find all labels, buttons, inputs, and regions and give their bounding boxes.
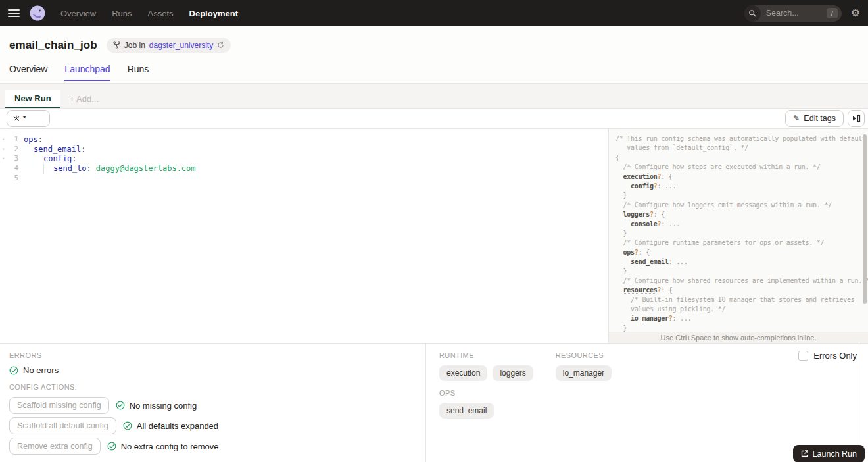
schema-line: console?: ... <box>615 220 859 229</box>
status-text: All defaults expanded <box>137 421 218 431</box>
status-text: No extra config to remove <box>121 442 219 451</box>
app-root: OverviewRunsAssetsDeployment Search... /… <box>0 0 868 462</box>
runtime-group: RUNTIME executionloggers <box>439 351 533 381</box>
status-text: No missing config <box>130 401 197 411</box>
scaffold-all-default-config-button[interactable]: Scaffold all default config <box>9 417 116 434</box>
check-circle-icon <box>116 401 125 410</box>
nav-item-deployment[interactable]: Deployment <box>189 9 238 18</box>
config-action-row: Scaffold all default configAll defaults … <box>9 417 416 434</box>
schema-line: io_manager?: ... <box>615 314 859 323</box>
errors-status-text: No errors <box>23 365 59 375</box>
add-run-tab-button[interactable]: + Add... <box>60 90 108 108</box>
line-number: 4 <box>7 164 24 174</box>
yaml-key: send_to <box>53 164 87 174</box>
nav-item-assets[interactable]: Assets <box>148 9 174 18</box>
schema-line: /* Configure how loggers emit messages w… <box>615 201 859 210</box>
indent-guide <box>34 164 43 174</box>
tag-send_email[interactable]: send_email <box>439 403 494 419</box>
autocomplete-hint: Use Ctrl+Space to show auto-completions … <box>609 332 868 343</box>
yaml-colon: : <box>81 145 85 155</box>
yaml-colon: : <box>38 135 43 145</box>
fold-marker-icon[interactable]: ▾ <box>0 145 7 155</box>
launchpad-toolbar: * ✎ Edit tags <box>0 109 868 129</box>
repo-link[interactable]: dagster_university <box>149 41 213 50</box>
schema-line: loggers?: { <box>615 210 859 219</box>
indent-guide <box>24 145 34 155</box>
nav-item-runs[interactable]: Runs <box>112 9 132 18</box>
check-circle-icon <box>107 442 116 451</box>
config-schema-panel: /* This run config schema was automatica… <box>608 129 868 343</box>
refresh-icon[interactable] <box>217 41 224 49</box>
job-badge: Job in dagster_university <box>107 38 231 53</box>
tag-loggers[interactable]: loggers <box>493 365 533 381</box>
tab-launchpad[interactable]: Launchpad <box>64 64 110 81</box>
errors-only-label: Errors Only <box>813 351 857 361</box>
search-placeholder: Search... <box>766 9 799 18</box>
run-tab-new-run[interactable]: New Run <box>5 90 60 108</box>
remove-extra-config-button[interactable]: Remove extra config <box>9 438 101 455</box>
config-action-status: No extra config to remove <box>107 442 219 451</box>
indent-guide <box>34 154 43 164</box>
yaml-value: daggy@dagsterlabs.com <box>96 164 196 174</box>
run-tabs-band: New Run+ Add... <box>0 84 868 109</box>
search-input[interactable]: Search... / <box>744 5 842 22</box>
editor-line: 5 <box>0 174 608 184</box>
errors-status-row: No errors <box>9 365 416 375</box>
editor-line: ▾3config: <box>0 154 608 164</box>
errors-only-checkbox[interactable] <box>798 351 808 361</box>
schema-scrollbar[interactable] <box>863 134 867 304</box>
op-selector-input[interactable]: * <box>7 110 50 127</box>
tab-overview[interactable]: Overview <box>9 64 47 81</box>
fold-marker-icon[interactable]: ▾ <box>0 154 7 164</box>
schema-line: send_email: ... <box>615 257 859 267</box>
errors-only-toggle[interactable]: Errors Only <box>798 351 857 361</box>
config-actions-label: CONFIG ACTIONS: <box>9 383 416 391</box>
job-badge-prefix: Job in <box>124 41 145 50</box>
schema-line: execution?: { <box>615 172 859 182</box>
schema-line: /* Configure how shared resources are im… <box>615 276 859 286</box>
tag-io_manager[interactable]: io_manager <box>556 365 612 381</box>
dagster-logo[interactable] <box>29 5 46 22</box>
yaml-colon: : <box>87 164 91 174</box>
errors-section-label: ERRORS <box>9 351 416 359</box>
bottom-panel: ERRORS No errors CONFIG ACTIONS: Scaffol… <box>0 343 868 462</box>
schema-line: /* This run config schema was automatica… <box>615 134 859 143</box>
runtime-tags: executionloggers <box>439 365 533 381</box>
editor-line: ▾1ops: <box>0 135 608 145</box>
yaml-key: ops <box>24 135 38 145</box>
editor-line: ▾2send_email: <box>0 145 608 155</box>
indent-guide <box>43 164 53 174</box>
launch-icon <box>801 450 808 457</box>
op-selector-value: * <box>23 115 26 122</box>
resources-label: RESOURCES <box>556 351 612 359</box>
gear-icon[interactable]: ⚙ <box>851 8 860 18</box>
launch-run-button[interactable]: Launch Run <box>793 445 865 462</box>
yaml-colon: : <box>72 154 76 164</box>
tag-execution[interactable]: execution <box>439 365 487 381</box>
schema-line: /* Configure how steps are executed with… <box>615 163 859 172</box>
runtime-label: RUNTIME <box>439 351 533 359</box>
toggle-right-panel-button[interactable] <box>848 110 865 127</box>
check-circle-icon <box>123 421 132 430</box>
tab-runs[interactable]: Runs <box>128 64 149 81</box>
schema-line: /* Configure runtime parameters for ops … <box>615 238 859 247</box>
resources-group: RESOURCES io_manager <box>556 351 612 381</box>
resources-tags: io_manager <box>556 365 612 381</box>
bottom-right: RUNTIME executionloggers RESOURCES io_ma… <box>426 344 868 462</box>
page-tabs: OverviewLaunchpadRuns <box>0 64 868 84</box>
hamburger-menu-icon[interactable] <box>8 9 20 17</box>
edit-tags-button[interactable]: ✎ Edit tags <box>785 110 844 127</box>
config-editor[interactable]: ▾1ops:▾2send_email:▾3config:4send_to:dag… <box>0 129 608 343</box>
scaffold-missing-config-button[interactable]: Scaffold missing config <box>9 397 109 414</box>
schema-line: } <box>615 229 859 238</box>
ops-label: OPS <box>439 389 868 397</box>
schema-line: } <box>615 267 859 276</box>
schema-line: config?: ... <box>615 182 859 191</box>
nav-item-overview[interactable]: Overview <box>60 9 96 18</box>
dagster-logo-icon <box>29 5 46 22</box>
expand-panel-icon <box>852 115 861 122</box>
page-title: email_chain_job <box>9 39 97 52</box>
schema-line: ops?: { <box>615 248 859 257</box>
ops-tags: send_email <box>439 403 868 419</box>
fold-marker-icon[interactable]: ▾ <box>0 135 7 145</box>
